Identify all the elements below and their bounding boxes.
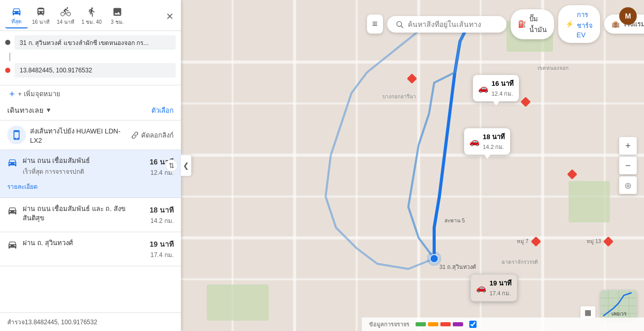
copy-link-label: คัดลอกลิงก์ [141,130,174,141]
walk-mode-icon [86,7,97,17]
more-mode-label: 3 ชม. [111,18,124,26]
layer-toggle-button[interactable]: ▦ [580,306,595,319]
route-thumb-label: เลยเวร [601,310,637,318]
map-callout-16min[interactable]: 🚗 16 นาที 12.4 กม. [473,75,519,101]
route-3-dist: 17.4 กม. [150,250,174,260]
callout-2-dist: 14.2 กม. [483,142,505,152]
callout-2-time: 18 นาที [483,131,505,142]
drive-mode-label: ที่สุด [11,18,22,25]
gas-filter-button[interactable]: ⛽ ปั๊มน้ำมัน [511,9,554,39]
travel-modes-bar: ที่สุด 16 นาที 14 นาที 1 ชม. 40 [0,0,181,31]
route-1-detail-link[interactable]: รายละเอียด [7,182,174,191]
transit-mode-icon [36,7,46,17]
map-callout-19min[interactable]: 🚗 19 นาที 17.4 กม. [470,274,517,302]
map-menu-button[interactable]: ≡ [367,14,383,34]
car-icon-1: 🚗 [478,83,488,93]
route-3-name: ผ่าน ถ. สุวินทวงศ์ [23,238,145,248]
transit-mode-label: 16 นาที [32,18,50,26]
share-section: ส่งเส้นทางไปยัง HUAWEI LDN-LX2 คัดลอกลิง… [0,121,181,150]
route-thumbnail[interactable]: เลยเวร [601,290,637,319]
traffic-orange [428,322,438,326]
svg-text:บางกอกอารีนา: บางกอกอารีนา [382,94,416,99]
bike-mode-label: 14 นาที [57,18,74,26]
share-icon-wrap [7,126,26,144]
copy-link-icon [131,131,139,139]
map-svg: 31 ถ.สุวินทวงศ์ บางกอกอารีนา ฉาตราจักรวร… [181,0,644,331]
route-card-1-header: ผ่าน ถนน เชื่อมสัมพันธ์ เร็วที่สุด การจร… [7,156,174,177]
share-main-text: ส่งเส้นทางไปยัง HUAWEI LDN-LX2 [30,126,127,144]
gas-icon: ⛽ [518,20,526,28]
add-destination-label: + เพิ่มจุดหมาย [18,88,60,99]
svg-text:สะพาน 5: สะพาน 5 [444,218,465,223]
route-3-time-block: 19 นาที 17.4 กม. [150,238,174,260]
route-connector-line [9,53,10,61]
traffic-legend [416,322,463,326]
map-footer: ข้อมูลการจราจร [362,318,644,331]
traffic-toggle[interactable] [469,321,477,328]
avatar-button[interactable]: M [619,7,637,25]
travel-mode-walk[interactable]: 1 ชม. 40 [79,5,105,28]
route-2-time-block: 18 นาที 14.2 กม. [150,204,174,225]
end-input-row [5,63,176,78]
route-card-2-header: ผ่าน ถนน เชื่อมสัมพันธ์ และ ถ. สังข สันต… [7,204,174,225]
travel-mode-drive[interactable]: ที่สุด [5,4,28,28]
search-bar[interactable] [387,16,507,33]
callout-1-time: 16 นาที [492,78,514,89]
close-icon: ✕ [166,11,174,22]
route-3-time: 19 นาที [150,238,174,250]
callout-1-dist: 12.4 กม. [492,89,514,98]
location-button[interactable]: ◎ [619,176,637,194]
travel-mode-transit[interactable]: 16 นาที [29,5,53,28]
travel-mode-bike[interactable]: 14 นาที [54,5,78,28]
callout-3-dist: 17.4 กม. [489,289,512,298]
route-1-car-icon [7,157,18,168]
svg-text:หมู่ 7: หมู่ 7 [517,238,529,245]
callout-3-time: 19 นาที [489,278,512,289]
walk-mode-label: 1 ชม. 40 [82,18,102,26]
route-card-1[interactable]: ผ่าน ถนน เชื่อมสัมพันธ์ เร็วที่สุด การจร… [0,150,181,198]
route-3-car-icon [7,239,18,250]
top-bar: ≡ ⛽ ปั๊มน้ำมัน ⚡ การชาร์จ EV 🏨 โรงแรม [367,5,613,43]
avatar-initial: M [625,12,631,20]
route-3-info: ผ่าน ถ. สุวินทวงศ์ [23,238,145,248]
route-card-3-header: ผ่าน ถ. สุวินทวงศ์ 19 นาที 17.4 กม. [7,238,174,260]
route-2-info: ผ่าน ถนน เชื่อมสัมพันธ์ และ ถ. สังข สันต… [23,204,145,223]
collapse-icon: ❮ [183,161,189,170]
ev-filter-button[interactable]: ⚡ การชาร์จ EV [558,5,600,43]
close-directions-button[interactable]: ✕ [164,10,176,23]
car-icon-2: 🚗 [469,137,480,146]
route-2-time: 18 นาที [150,204,174,216]
route-1-name: ผ่าน ถนน เชื่อมสัมพันธ์ [23,156,145,166]
travel-mode-more[interactable]: 3 ชม. [106,5,129,28]
route-options-button[interactable]: ตัวเลือก [151,105,174,116]
route-card-3[interactable]: ผ่าน ถ. สุวินทวงศ์ 19 นาที 17.4 กม. [0,232,181,266]
add-icon: + [9,89,15,99]
route-1-info: ผ่าน ถนน เชื่อมสัมพันธ์ เร็วที่สุด การจร… [23,156,145,176]
ev-filter-label: การชาร์จ EV [577,9,593,39]
route-card-2[interactable]: ผ่าน ถนน เชื่อมสัมพันธ์ และ ถ. สังข สันต… [0,198,181,232]
map-footer-text: ข้อมูลการจราจร [369,320,409,329]
share-device-icon [11,130,22,140]
start-dot [5,40,10,45]
copy-link-button[interactable]: คัดลอกลิงก์ [131,130,174,141]
zoom-in-button[interactable]: + [619,137,637,155]
route-header: เดินทางเลย ▼ ตัวเลือก [0,100,181,121]
gas-filter-label: ปั๊มน้ำมัน [529,13,547,35]
ev-icon: ⚡ [565,20,574,28]
sidebar: ที่สุด 16 นาที 14 นาที 1 ชม. 40 [0,0,181,331]
svg-text:เขตหนองจอก: เขตหนองจอก [538,65,569,71]
search-icon [395,20,404,28]
swap-endpoints-button[interactable]: ⇅ [165,159,178,172]
start-input[interactable] [14,35,176,50]
collapse-sidebar-button[interactable]: ❮ [181,155,191,176]
end-input[interactable] [14,63,176,78]
map-search-input[interactable] [408,20,498,28]
bike-mode-icon [60,7,71,17]
map-callout-18min[interactable]: 🚗 18 นาที 14.2 กม. [464,128,510,155]
svg-text:31 ถ.สุวินทวงศ์: 31 ถ.สุวินทวงศ์ [439,264,476,270]
inputs-area: ⇅ [0,31,181,85]
zoom-out-button[interactable]: − [619,157,637,174]
traffic-checkbox[interactable] [469,321,477,328]
map-area[interactable]: 31 ถ.สุวินทวงศ์ บางกอกอารีนา ฉาตราจักรวร… [181,0,644,331]
add-destination-button[interactable]: + + เพิ่มจุดหมาย [0,85,181,100]
